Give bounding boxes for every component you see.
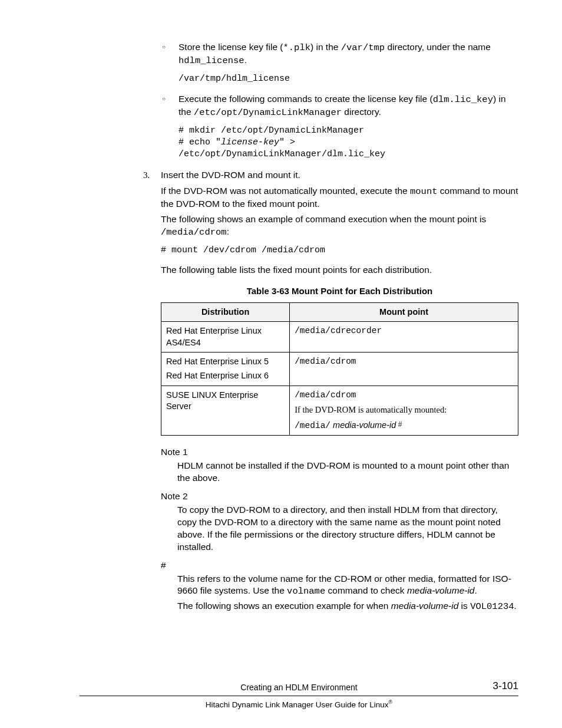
code: VOL01234	[470, 601, 514, 612]
text: .	[244, 55, 247, 65]
hash-ref: #	[396, 420, 402, 429]
table-cell: Red Hat Enterprise Linux 5 Red Hat Enter…	[161, 353, 290, 386]
text: .	[514, 601, 517, 611]
code-line: # echo "	[178, 137, 221, 147]
code-block: # mkdir /etc/opt/DynamicLinkManager # ec…	[178, 125, 518, 161]
mount-point-table: Distribution Mount point Red Hat Enterpr…	[161, 302, 518, 436]
code: hdlm_license	[178, 55, 244, 66]
italic: media-volume-id	[330, 420, 396, 430]
text: The following shows an example of comman…	[161, 214, 486, 224]
italic: media-volume-id	[407, 585, 475, 595]
code: /etc/opt/DynamicLinkManager	[194, 107, 342, 118]
step-line: If the DVD-ROM was not automatically mou…	[161, 185, 518, 210]
code: /media/cdrom	[161, 227, 227, 238]
step-3: 3. Insert the DVD-ROM and mount it. If t…	[143, 169, 518, 614]
note-body: To copy the DVD-ROM to a directory, and …	[177, 504, 518, 554]
text: The following shows an execution example…	[177, 601, 391, 611]
note-label: Note 2	[161, 490, 518, 503]
step-line: Insert the DVD-ROM and mount it.	[161, 169, 518, 182]
code: mount	[410, 186, 438, 197]
code-line: /etc/opt/DynamicLinkManager/dlm.lic_key	[178, 149, 385, 159]
text: Red Hat Enterprise Linux 5	[166, 356, 285, 368]
table-row: SUSE LINUX Enterprise Server /media/cdro…	[161, 386, 518, 436]
code-block: # mount /dev/cdrom /media/cdrom	[161, 245, 518, 256]
page-number: 3-101	[493, 680, 518, 693]
table-header-row: Distribution Mount point	[161, 302, 518, 322]
notes-section: Note 1 HDLM cannot be installed if the D…	[161, 446, 518, 613]
table-cell: Red Hat Enterprise Linux AS4/ES4	[161, 322, 290, 353]
bullet-item: Execute the following commands to create…	[162, 93, 518, 161]
code-line: " >	[279, 137, 295, 147]
table-cell: /media/cdrom	[290, 353, 518, 386]
table-row: Red Hat Enterprise Linux AS4/ES4 /media/…	[161, 322, 518, 353]
text: Execute the following commands to create…	[178, 94, 433, 104]
footer-title: Creating an HDLM Environment	[240, 683, 357, 692]
code-line: # mkdir /etc/opt/DynamicLinkManager	[178, 126, 364, 136]
note-label: #	[161, 559, 518, 572]
table-cell: /media/cdrom If the DVD-ROM is automatic…	[290, 386, 518, 436]
table-header: Distribution	[161, 302, 290, 322]
step-line: The following shows an example of comman…	[161, 213, 518, 239]
text: ) in the	[310, 42, 341, 52]
step-line: The following table lists the fixed moun…	[161, 264, 518, 276]
text: is	[458, 601, 470, 611]
text: .	[475, 585, 477, 595]
num: 3.	[143, 170, 150, 180]
text: directory, under the name	[385, 42, 491, 52]
code-block: /var/tmp/hdlm_license	[178, 73, 518, 85]
italic: media-volume-id	[391, 601, 459, 611]
code: /var/tmp	[341, 42, 385, 53]
page-content: Store the license key file (*.plk) in th…	[80, 41, 518, 619]
table-header: Mount point	[290, 302, 518, 322]
text: If the DVD-ROM is automatically mounted:	[295, 404, 513, 416]
code: dlm.lic_key	[433, 94, 493, 105]
registered-icon: ®	[389, 699, 393, 705]
code-italic: license-key	[221, 137, 279, 147]
bullet-item: Store the license key file (*.plk) in th…	[162, 41, 518, 85]
text: directory.	[342, 107, 381, 117]
table-cell: SUSE LINUX Enterprise Server	[161, 386, 290, 436]
code: volname	[287, 586, 325, 597]
sub-bullet-list: Store the license key file (*.plk) in th…	[162, 41, 518, 161]
text: Red Hat Enterprise Linux 6	[166, 370, 285, 382]
footer-title-row: Creating an HDLM Environment 3-101	[80, 682, 518, 696]
note-label: Note 1	[161, 446, 518, 459]
step-number: 3.	[143, 169, 150, 181]
code: /media/cdrom	[295, 390, 513, 401]
text: command to check	[325, 585, 407, 595]
code: /media/	[295, 421, 330, 430]
footer-guide: Hitachi Dynamic Link Manager User Guide …	[206, 700, 389, 709]
table-caption: Table 3-63 Mount Point for Each Distribu…	[161, 285, 518, 297]
table-cell: /media/cdrecorder	[290, 322, 518, 353]
page-footer: Creating an HDLM Environment 3-101 Hitac…	[80, 682, 518, 710]
text: :	[227, 226, 229, 236]
note-body: This refers to the volume name for the C…	[177, 573, 518, 598]
text: If the DVD-ROM was not automatically mou…	[161, 186, 410, 196]
note-body: HDLM cannot be installed if the DVD-ROM …	[177, 460, 518, 485]
text: Store the license key file (	[178, 42, 283, 52]
table-row: Red Hat Enterprise Linux 5 Red Hat Enter…	[161, 353, 518, 386]
code: *.plk	[283, 42, 310, 53]
footer-guide-row: Hitachi Dynamic Link Manager User Guide …	[80, 696, 518, 710]
note-body: The following shows an execution example…	[177, 600, 518, 613]
